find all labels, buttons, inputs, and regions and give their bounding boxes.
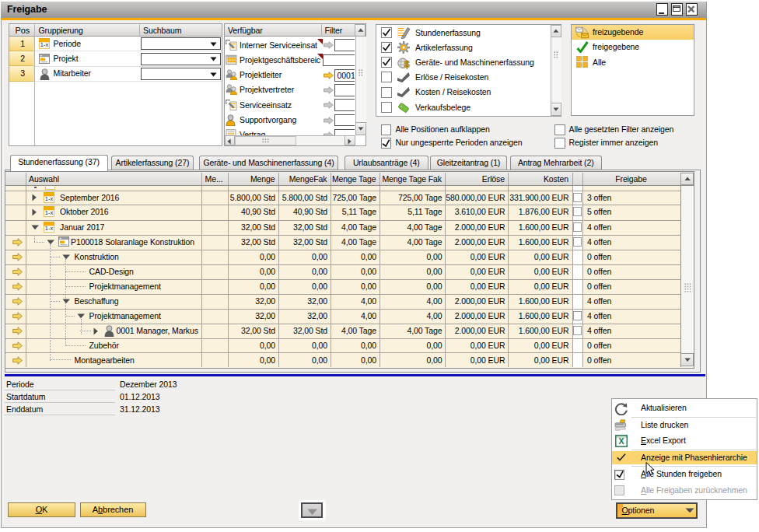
svg-text:1-x: 1-x [40,41,49,48]
svg-text:$: $ [404,59,410,69]
svg-text:X: X [618,436,624,446]
svg-text:1-x: 1-x [45,195,54,202]
svg-text:1-x: 1-x [45,225,54,232]
svg-text:1-x: 1-x [45,210,54,217]
